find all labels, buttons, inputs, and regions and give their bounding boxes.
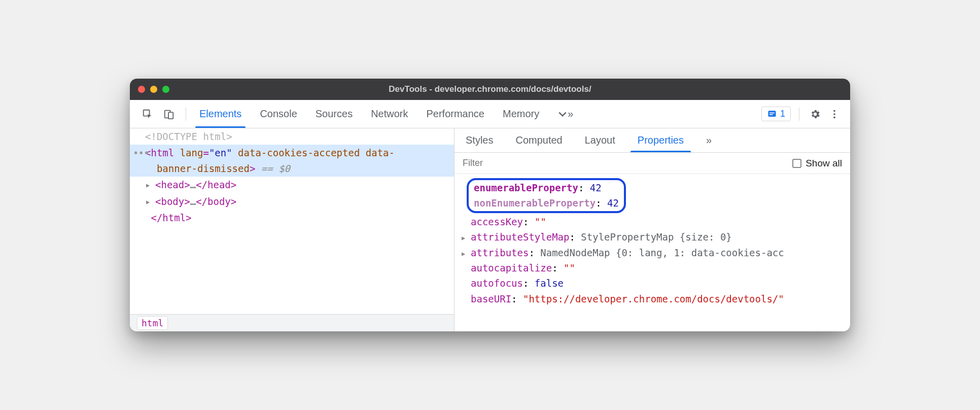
html-element-row[interactable]: ••• <html lang="en" data-cookies-accepte… [130,145,454,177]
show-all-checkbox[interactable] [792,159,801,168]
toolbar-separator [799,108,799,121]
property-row[interactable]: autocapitalize: "" [462,260,850,276]
main-toolbar: Elements Console Sources Network Perform… [130,100,850,128]
sidebar-pane: Styles Computed Layout Properties » Show… [454,128,850,331]
doctype-row[interactable]: <!DOCTYPE html> [130,128,454,145]
tab-styles[interactable]: Styles [454,128,504,152]
property-row[interactable]: ▶attributeStyleMap: StylePropertyMap {si… [462,229,850,245]
property-row[interactable]: nonEnumerableProperty: 42 [471,195,619,211]
html-close-row[interactable]: </html> [130,210,454,226]
breadcrumb-item[interactable]: html [137,316,168,330]
expand-triangle-icon[interactable]: ▶ [462,249,465,259]
window-title: DevTools - developer.chrome.com/docs/dev… [130,84,850,94]
toolbar-separator [186,108,186,121]
svg-rect-3 [768,111,776,117]
svg-rect-4 [769,112,775,113]
devtools-window: DevTools - developer.chrome.com/docs/dev… [130,79,850,331]
expand-triangle-icon[interactable]: ▶ [462,233,465,243]
tab-performance[interactable]: Performance [417,100,494,128]
svg-point-6 [833,110,835,112]
issues-badge[interactable]: 1 [761,107,791,121]
tabs-overflow-icon[interactable]: » [548,100,582,128]
expand-dots-icon[interactable]: ••• [133,145,149,160]
minimize-button[interactable] [150,86,157,93]
head-element-row[interactable]: ▶ <head>…</head> [130,177,454,193]
breadcrumb[interactable]: html [130,314,454,331]
tab-sources[interactable]: Sources [306,100,362,128]
body-element-row[interactable]: ▶ <body>…</body> [130,193,454,210]
filter-row: Show all [454,153,850,174]
body-split: <!DOCTYPE html> ••• <html lang="en" data… [130,128,850,331]
close-button[interactable] [138,86,145,93]
property-row[interactable]: accessKey: "" [462,214,850,229]
more-icon[interactable] [827,107,842,122]
tab-network[interactable]: Network [362,100,417,128]
expand-triangle-icon[interactable]: ▶ [146,181,150,190]
svg-rect-5 [769,114,773,115]
svg-point-8 [833,116,835,118]
issues-count: 1 [780,109,785,119]
svg-point-7 [833,113,835,115]
main-tabs: Elements Console Sources Network Perform… [190,100,582,128]
traffic-lights [138,86,169,93]
property-row[interactable]: enumerableProperty: 42 [471,180,619,195]
tab-memory[interactable]: Memory [494,100,548,128]
tab-computed[interactable]: Computed [504,128,573,152]
elements-pane: <!DOCTYPE html> ••• <html lang="en" data… [130,128,454,331]
elements-tree[interactable]: <!DOCTYPE html> ••• <html lang="en" data… [130,128,454,314]
device-toggle-icon[interactable] [161,107,177,122]
maximize-button[interactable] [162,86,169,93]
property-row[interactable]: baseURI: "https://developer.chrome.com/d… [462,291,850,306]
highlight-annotation: enumerableProperty: 42 nonEnumerableProp… [467,178,626,213]
tab-console[interactable]: Console [251,100,306,128]
property-row[interactable]: autofocus: false [462,276,850,291]
properties-list[interactable]: enumerableProperty: 42 nonEnumerableProp… [454,174,850,331]
property-row[interactable]: ▶attributes: NamedNodeMap {0: lang, 1: d… [462,245,850,260]
tab-layout[interactable]: Layout [574,128,626,152]
titlebar: DevTools - developer.chrome.com/docs/dev… [130,79,850,100]
svg-rect-2 [168,112,173,119]
inspect-icon[interactable] [140,107,155,122]
tab-elements[interactable]: Elements [190,100,251,128]
settings-icon[interactable] [808,107,823,122]
filter-input[interactable] [463,158,792,168]
tab-properties[interactable]: Properties [626,128,695,152]
show-all-toggle[interactable]: Show all [792,158,842,169]
show-all-label: Show all [806,158,842,169]
sidebar-tabs-overflow-icon[interactable]: » [695,128,723,152]
expand-triangle-icon[interactable]: ▶ [146,197,150,207]
sidebar-tabs: Styles Computed Layout Properties » [454,128,850,153]
